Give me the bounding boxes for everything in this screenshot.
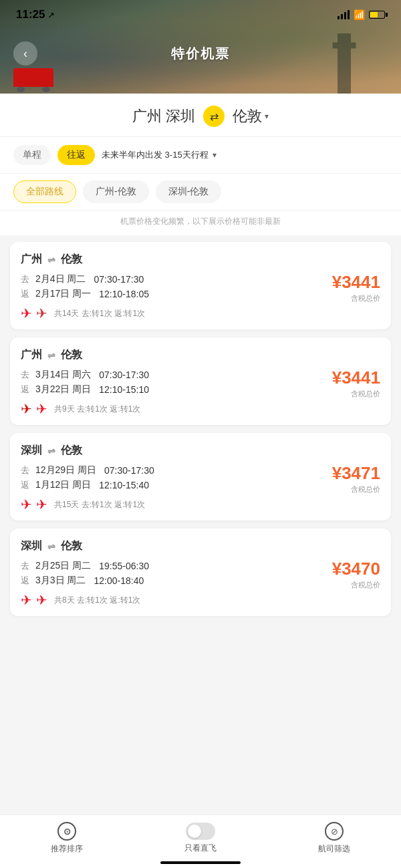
route-destination-button[interactable]: 伦敦 ▾ bbox=[233, 106, 269, 126]
flight-details-2: 去 3月14日 周六 07:30-17:30 返 3月22日 周日 12:10-… bbox=[21, 369, 320, 417]
date-filter-text: 未来半年内出发 3-15天行程 bbox=[102, 149, 209, 161]
price-label-3: 含税总价 bbox=[320, 484, 380, 494]
airline2-icon: ✈ bbox=[36, 305, 47, 321]
price-label-2: 含税总价 bbox=[320, 389, 380, 399]
airline2-icon-4: ✈ bbox=[36, 592, 47, 608]
airlines-row-2: ✈ ✈ 共9天 去:转1次 返:转1次 bbox=[21, 401, 320, 417]
direct-flight-label: 只看直飞 bbox=[184, 843, 217, 854]
signal-icon bbox=[338, 10, 350, 19]
filter-button[interactable]: ⊘ 航司筛选 bbox=[267, 822, 401, 855]
route-origin: 广州 深圳 bbox=[132, 106, 195, 126]
airlines-row-3: ✈ ✈ 共15天 去:转1次 返:转1次 bbox=[21, 496, 320, 513]
route-arrow-icon-3: ⇌ bbox=[47, 446, 55, 456]
flight-details-3: 去 12月29日 周日 07:30-17:30 返 1月12日 周日 12:10… bbox=[21, 464, 320, 513]
price-block-2: ¥3441 含税总价 bbox=[320, 369, 380, 399]
airline1-icon-4: ✈ bbox=[21, 592, 32, 608]
bottom-bar: ⊙ 推荐排序 只看直飞 ⊘ 航司筛选 bbox=[0, 815, 401, 868]
price-label-4: 含税总价 bbox=[320, 580, 380, 590]
direct-flight-toggle[interactable]: 只看直飞 bbox=[134, 823, 267, 854]
toggle-thumb bbox=[188, 825, 201, 838]
date-filter-button[interactable]: 未来半年内出发 3-15天行程 ▾ bbox=[102, 149, 388, 161]
flight-cards-container: 广州 ⇌ 伦敦 去 2月4日 周二 07:30-17:30 返 2月17日 周一… bbox=[0, 235, 401, 676]
route-arrow-icon-2: ⇌ bbox=[47, 350, 55, 361]
status-icons: 📶 bbox=[338, 9, 385, 20]
flight-card-4[interactable]: 深圳 ⇌ 伦敦 去 2月25日 周二 19:55-06:30 返 3月3日 周二… bbox=[10, 529, 391, 616]
price-value-2: ¥3441 bbox=[320, 369, 380, 386]
price-block-4: ¥3470 含税总价 bbox=[320, 560, 380, 590]
sort-label: 推荐排序 bbox=[51, 843, 83, 855]
one-way-button[interactable]: 单程 bbox=[13, 145, 51, 165]
tab-sz-london[interactable]: 深圳-伦敦 bbox=[156, 180, 222, 203]
filter-bar: 单程 往返 未来半年内出发 3-15天行程 ▾ bbox=[0, 137, 401, 174]
destination-dropdown-icon: ▾ bbox=[265, 112, 269, 121]
page-title: 特价机票 bbox=[171, 45, 230, 63]
flight-card-3[interactable]: 深圳 ⇌ 伦敦 去 12月29日 周日 07:30-17:30 返 1月12日 … bbox=[10, 433, 391, 521]
home-indicator bbox=[160, 861, 241, 864]
battery-icon bbox=[369, 11, 385, 19]
airlines-row-1: ✈ ✈ 共14天 去:转1次 返:转1次 bbox=[21, 305, 320, 321]
back-button[interactable]: ‹ bbox=[13, 41, 37, 65]
price-block-3: ¥3471 含税总价 bbox=[320, 464, 380, 494]
flight-card-1[interactable]: 广州 ⇌ 伦敦 去 2月4日 周二 07:30-17:30 返 2月17日 周一… bbox=[10, 242, 391, 329]
toggle-track[interactable] bbox=[186, 823, 215, 840]
filter-icon: ⊘ bbox=[325, 822, 344, 841]
price-value-3: ¥3471 bbox=[320, 464, 380, 482]
filter-label: 航司筛选 bbox=[318, 843, 350, 855]
tab-gz-london[interactable]: 广州-伦敦 bbox=[83, 180, 149, 203]
tab-all-routes[interactable]: 全部路线 bbox=[13, 180, 76, 203]
price-value-1: ¥3441 bbox=[320, 273, 380, 291]
flight-details-4: 去 2月25日 周二 19:55-06:30 返 3月3日 周二 12:00-1… bbox=[21, 560, 320, 608]
route-section: 广州 深圳 ⇄ 伦敦 ▾ bbox=[0, 94, 401, 137]
price-block-1: ¥3441 含税总价 bbox=[320, 273, 380, 303]
airline1-icon-3: ✈ bbox=[21, 496, 32, 513]
route-destination-text: 伦敦 bbox=[233, 106, 262, 126]
airlines-row-4: ✈ ✈ 共8天 去:转1次 返:转1次 bbox=[21, 592, 320, 608]
bus-decoration bbox=[13, 68, 53, 87]
flight-card-2[interactable]: 广州 ⇌ 伦敦 去 3月14日 周六 07:30-17:30 返 3月22日 周… bbox=[10, 337, 391, 425]
card-route-4: 深圳 ⇌ 伦敦 bbox=[21, 539, 380, 553]
airline1-icon: ✈ bbox=[21, 305, 32, 321]
airline1-icon-2: ✈ bbox=[21, 401, 32, 417]
sort-button[interactable]: ⊙ 推荐排序 bbox=[0, 822, 134, 855]
sort-icon: ⊙ bbox=[57, 822, 76, 841]
airline2-icon-3: ✈ bbox=[36, 496, 47, 513]
route-arrow-icon: ⇌ bbox=[47, 255, 55, 265]
date-filter-arrow-icon: ▾ bbox=[213, 150, 217, 160]
route-arrow-icon-4: ⇌ bbox=[47, 541, 55, 552]
round-trip-button[interactable]: 往返 bbox=[57, 145, 95, 165]
swap-icon: ⇄ bbox=[210, 110, 219, 123]
route-tabs: 全部路线 广州-伦敦 深圳-伦敦 bbox=[0, 174, 401, 210]
route-swap-button[interactable]: ⇄ bbox=[203, 106, 225, 127]
status-bar: 11:25 ↗ 📶 bbox=[0, 0, 401, 27]
card-route-3: 深圳 ⇌ 伦敦 bbox=[21, 444, 380, 458]
wifi-icon: 📶 bbox=[354, 9, 365, 20]
disclaimer-text: 机票价格变化频繁，以下展示价格可能非最新 bbox=[0, 210, 401, 235]
price-label-1: 含税总价 bbox=[320, 293, 380, 303]
price-value-4: ¥3470 bbox=[320, 560, 380, 577]
back-arrow-icon: ‹ bbox=[23, 47, 27, 59]
card-route-1: 广州 ⇌ 伦敦 bbox=[21, 253, 380, 267]
location-icon: ↗ bbox=[47, 10, 55, 20]
card-route-2: 广州 ⇌ 伦敦 bbox=[21, 348, 380, 362]
airline2-icon-2: ✈ bbox=[36, 401, 47, 417]
status-time: 11:25 bbox=[16, 8, 45, 21]
flight-details-1: 去 2月4日 周二 07:30-17:30 返 2月17日 周一 12:10-1… bbox=[21, 273, 320, 321]
